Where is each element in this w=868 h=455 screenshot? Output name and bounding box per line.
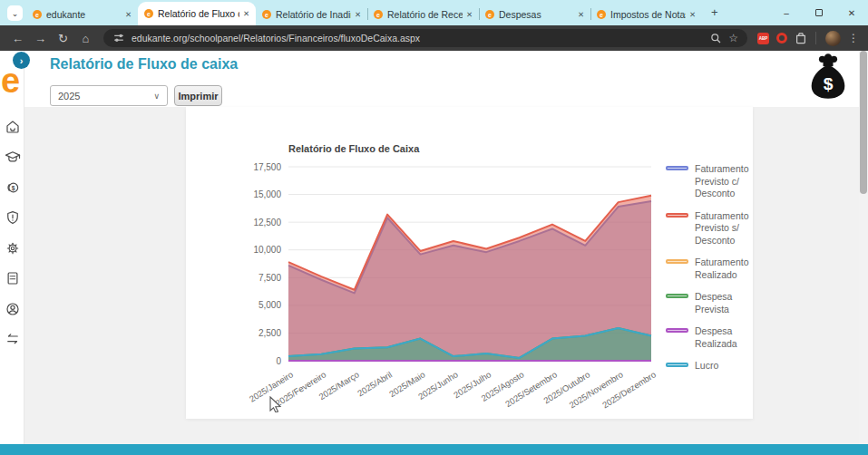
back-button[interactable]: ← bbox=[7, 32, 28, 45]
browser-menu-button[interactable]: ⋮ bbox=[846, 32, 861, 44]
close-button[interactable]: ✕ bbox=[835, 0, 868, 25]
shield-icon bbox=[5, 209, 21, 226]
sidebar-item-security[interactable] bbox=[5, 209, 21, 226]
svg-text:7,500: 7,500 bbox=[258, 273, 281, 283]
app-sidebar: $ bbox=[0, 51, 24, 444]
svg-text:$: $ bbox=[824, 74, 834, 93]
address-bar[interactable]: edukante.org/schoolpanel/Relatorios/Fina… bbox=[103, 29, 747, 47]
svg-text:12,500: 12,500 bbox=[253, 218, 281, 228]
navbar-separator bbox=[815, 32, 816, 44]
sidebar-item-finance[interactable]: $ bbox=[5, 179, 21, 196]
profile-avatar[interactable] bbox=[825, 31, 841, 46]
scrollbar-thumb[interactable] bbox=[860, 51, 867, 194]
new-tab-button[interactable]: + bbox=[711, 5, 718, 19]
tab-4[interactable]: eRelatório de Recebimentos✕ bbox=[367, 4, 479, 25]
forward-button[interactable]: → bbox=[30, 32, 51, 45]
tab-1[interactable]: eedukante✕ bbox=[26, 4, 138, 25]
legend-item[interactable]: Despesa Realizada bbox=[666, 325, 755, 350]
home-button[interactable]: ⌂ bbox=[75, 32, 96, 45]
browser-navbar: ← → ↻ ⌂ edukante.org/schoolpanel/Relator… bbox=[0, 25, 868, 51]
home-icon bbox=[5, 119, 21, 135]
tab-label: edukante bbox=[46, 9, 122, 20]
report-icon bbox=[5, 270, 21, 286]
tab-3[interactable]: eRelatório de Inadimplência✕ bbox=[256, 4, 367, 25]
edukante-favicon: e bbox=[597, 10, 606, 19]
zoom-icon[interactable] bbox=[710, 33, 722, 44]
url-text[interactable]: edukante.org/schoolpanel/Relatorios/Fina… bbox=[132, 33, 704, 44]
window-controls: – ✕ bbox=[770, 0, 868, 25]
tab-close-icon[interactable]: ✕ bbox=[243, 9, 249, 18]
legend-item[interactable]: Faturamento Previsto c/ Desconto bbox=[666, 163, 755, 200]
browser-window: ⌄ eedukante✕eRelatório de Fluxo de Cai✕e… bbox=[0, 0, 868, 455]
tab-close-icon[interactable]: ✕ bbox=[355, 10, 361, 19]
year-select-value: 2025 bbox=[58, 91, 80, 102]
legend-swatch bbox=[666, 294, 688, 298]
svg-text:15,000: 15,000 bbox=[253, 189, 281, 199]
tab-label: Relatório de Recebimentos bbox=[387, 9, 463, 20]
svg-text:2,500: 2,500 bbox=[258, 328, 281, 338]
sidebar-item-settings[interactable] bbox=[5, 240, 21, 257]
red-circle-extension-icon[interactable] bbox=[776, 33, 787, 44]
minimize-button[interactable]: – bbox=[770, 0, 803, 25]
chevron-right-icon: › bbox=[20, 55, 24, 66]
reload-icon: ↻ bbox=[58, 32, 68, 45]
svg-text:0: 0 bbox=[276, 356, 281, 366]
legend-item[interactable]: Lucro bbox=[666, 360, 755, 373]
select-chevron-icon: ∨ bbox=[153, 92, 160, 101]
sidebar-item-reports[interactable] bbox=[5, 270, 21, 286]
legend-label: Faturamento Realizado bbox=[695, 257, 755, 281]
tab-2[interactable]: eRelatório de Fluxo de Cai✕ bbox=[138, 2, 256, 25]
legend: Faturamento Previsto c/ DescontoFaturame… bbox=[666, 163, 755, 373]
svg-text:2025/Abril: 2025/Abril bbox=[356, 369, 394, 398]
legend-label: Despesa Realizada bbox=[695, 325, 755, 350]
tab-close-icon[interactable]: ✕ bbox=[466, 10, 473, 19]
edukante-favicon: e bbox=[144, 9, 153, 18]
tab-5[interactable]: eDespesas✕ bbox=[479, 4, 590, 25]
legend-swatch bbox=[666, 328, 688, 333]
year-select[interactable]: 2025 ∨ bbox=[50, 85, 168, 106]
svg-text:5,000: 5,000 bbox=[258, 300, 281, 310]
chevron-down-icon: ⌄ bbox=[12, 9, 19, 18]
legend-item[interactable]: Despesa Prevista bbox=[666, 291, 755, 315]
edukante-logo: e bbox=[1, 63, 20, 98]
sidebar-item-home[interactable] bbox=[5, 119, 21, 135]
graduation-cap-icon bbox=[5, 149, 21, 165]
tab-label: Impostos de Notas Fiscais bbox=[610, 9, 686, 20]
print-button[interactable]: Imprimir bbox=[174, 85, 222, 106]
bookmark-star-icon[interactable]: ☆ bbox=[728, 32, 738, 44]
sidebar-item-account[interactable] bbox=[5, 301, 21, 317]
tab-close-icon[interactable]: ✕ bbox=[125, 10, 132, 19]
page-content: $ bbox=[0, 51, 868, 444]
edukante-favicon: e bbox=[33, 10, 42, 19]
legend-label: Faturamento Previsto s/ Desconto bbox=[695, 210, 755, 247]
tab-label: Relatório de Fluxo de Cai bbox=[158, 8, 239, 19]
svg-text:$: $ bbox=[12, 185, 15, 192]
legend-item[interactable]: Faturamento Previsto s/ Desconto bbox=[666, 210, 755, 247]
edukante-favicon: e bbox=[374, 10, 383, 19]
mouse-cursor bbox=[268, 396, 285, 412]
sidebar-item-transfers[interactable] bbox=[5, 331, 21, 347]
edukante-favicon: e bbox=[485, 10, 494, 19]
legend-swatch bbox=[666, 363, 688, 367]
bottom-accent-bar bbox=[0, 444, 868, 455]
legend-item[interactable]: Faturamento Realizado bbox=[666, 257, 755, 281]
adblock-extension-icon[interactable]: ABP bbox=[757, 33, 769, 44]
maximize-button[interactable] bbox=[803, 0, 835, 25]
reload-button[interactable]: ↻ bbox=[53, 32, 73, 45]
sidebar-expand-button[interactable]: › bbox=[13, 52, 30, 69]
tab-label: Despesas bbox=[499, 9, 574, 20]
chart-card: 02,5005,0007,50010,00012,50015,00017,500… bbox=[186, 107, 753, 419]
tab-close-icon[interactable]: ✕ bbox=[578, 10, 584, 19]
site-settings-icon bbox=[112, 32, 125, 44]
maximize-icon bbox=[815, 9, 823, 16]
sidebar-item-education[interactable] bbox=[5, 149, 21, 165]
extensions-icon[interactable] bbox=[795, 32, 807, 44]
page-scrollbar[interactable] bbox=[859, 51, 868, 444]
tab-search-button[interactable]: ⌄ bbox=[7, 5, 23, 21]
svg-text:10,000: 10,000 bbox=[253, 245, 281, 255]
tab-6[interactable]: eImpostos de Notas Fiscais✕ bbox=[590, 4, 702, 25]
page-title: Relatório de Fluxo de caixa bbox=[50, 56, 238, 73]
home-icon: ⌂ bbox=[83, 32, 90, 45]
money-bag-icon: $ bbox=[808, 53, 848, 101]
tab-close-icon[interactable]: ✕ bbox=[689, 10, 696, 19]
